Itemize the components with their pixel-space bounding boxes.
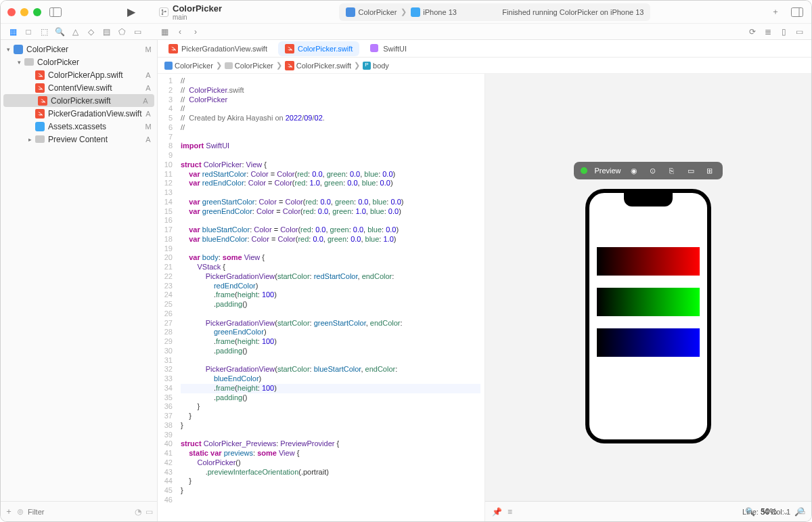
- preview-toolbar[interactable]: Preview ◉ ⊙ ⎘ ▭ ⊞: [574, 162, 722, 179]
- folder-icon: [225, 62, 233, 69]
- source-control-navigator-icon[interactable]: □: [23, 26, 34, 37]
- scheme-status-bar[interactable]: ColorPicker ❯ iPhone 13 Finished running…: [339, 3, 650, 21]
- source-editor[interactable]: 1 2 3 4 5 6 7 8 9 10 11 12 13 14 15 16 1…: [158, 74, 485, 521]
- file-label: ColorPicker: [26, 45, 143, 54]
- file-tree-item[interactable]: ▾ColorPickerM: [1, 43, 157, 56]
- editor-statusbar: Line: 34 Col: 1 ▭: [742, 502, 805, 522]
- tab-label: PickerGradationView.swift: [181, 45, 267, 53]
- statusbar-menu-icon[interactable]: ▭: [798, 508, 805, 517]
- preview-list-icon[interactable]: ≡: [508, 507, 512, 517]
- editor-tab[interactable]: ColorPicker.swift: [278, 41, 359, 56]
- branch-icon: [159, 7, 168, 17]
- breakpoint-navigator-icon[interactable]: ⬠: [116, 26, 127, 37]
- device-icon: [411, 7, 420, 17]
- cursor-position: Line: 34 Col: 1: [742, 508, 790, 516]
- symbol-navigator-icon[interactable]: ⬚: [39, 26, 49, 37]
- file-tree-item[interactable]: ▾ColorPicker: [1, 56, 157, 68]
- editor-area: PickerGradationView.swiftColorPicker.swi…: [158, 40, 811, 521]
- red-gradient-view: [597, 247, 700, 276]
- file-tree-item[interactable]: ▸Preview ContentA: [1, 133, 157, 146]
- preview-status-dot: [581, 167, 587, 174]
- scm-status: A: [141, 97, 150, 105]
- file-tree-item[interactable]: ContentView.swiftA: [1, 81, 157, 94]
- svg-rect-7: [35, 70, 45, 80]
- editor-lines-icon[interactable]: ≣: [763, 26, 773, 37]
- swift-icon: [35, 83, 45, 93]
- svg-rect-13: [285, 61, 294, 70]
- scm-status: M: [143, 123, 153, 131]
- swift-icon: [35, 108, 45, 119]
- file-tree-item[interactable]: ColorPicker.swiftA: [3, 94, 154, 107]
- add-tab-button[interactable]: ＋: [768, 5, 783, 20]
- swift-icon: [37, 95, 48, 106]
- editor-grid-icon[interactable]: ▦: [159, 26, 170, 37]
- report-navigator-icon[interactable]: ▭: [132, 26, 143, 37]
- property-icon: P: [363, 62, 371, 70]
- minimize-window-button[interactable]: [20, 8, 28, 16]
- variants-icon[interactable]: ⎘: [666, 167, 678, 175]
- scm-filter-icon[interactable]: ▭: [145, 507, 153, 517]
- preview-label: Preview: [594, 167, 621, 175]
- pin-preview-icon[interactable]: 📌: [492, 507, 502, 517]
- filter-icon: ⊚: [17, 507, 24, 517]
- device-settings-icon[interactable]: ▭: [685, 167, 697, 175]
- find-navigator-icon[interactable]: 🔍: [54, 26, 65, 37]
- folder-icon: [35, 134, 45, 145]
- swift-icon: [285, 44, 294, 53]
- editor-layout-icon[interactable]: ▯: [778, 26, 789, 37]
- breadcrumb-item[interactable]: Pbody: [363, 62, 389, 70]
- svg-rect-0: [50, 7, 62, 16]
- editor-tab[interactable]: PickerGradationView.swift: [162, 41, 274, 56]
- editor-tabbar: PickerGradationView.swiftColorPicker.swi…: [158, 40, 811, 58]
- nav-forward-button[interactable]: ›: [190, 26, 201, 37]
- add-file-button[interactable]: ＋: [5, 506, 13, 517]
- project-navigator-icon[interactable]: ▦: [7, 26, 18, 37]
- svg-point-2: [162, 9, 164, 11]
- build-status-message: Finished running ColorPicker on iPhone 1…: [502, 8, 644, 16]
- swift-icon: [35, 70, 45, 81]
- tab-label: SwiftUI: [383, 45, 407, 53]
- device-notch: [624, 193, 673, 206]
- test-navigator-icon[interactable]: ◇: [85, 26, 96, 37]
- jump-bar[interactable]: ColorPicker❯ColorPicker❯ColorPicker.swif…: [158, 58, 811, 74]
- toggle-sidebar-button[interactable]: [48, 5, 63, 20]
- scm-status: A: [143, 110, 153, 118]
- file-label: PickerGradationView.swift: [48, 109, 143, 118]
- file-label: ColorPickerApp.swift: [48, 70, 143, 80]
- scm-status: A: [143, 84, 153, 92]
- selectable-preview-icon[interactable]: ⊙: [647, 167, 659, 175]
- file-tree-item[interactable]: PickerGradationView.swiftA: [1, 107, 157, 120]
- nav-back-button[interactable]: ‹: [175, 26, 185, 37]
- refresh-icon[interactable]: ⟳: [747, 26, 758, 37]
- preview-layout-icon[interactable]: ⊞: [704, 167, 716, 175]
- file-label: ColorPicker.swift: [51, 96, 141, 106]
- navigator-footer: ＋ ⊚ ◔ ▭: [1, 501, 157, 521]
- issue-navigator-icon[interactable]: △: [70, 26, 81, 37]
- window-controls: [7, 8, 41, 16]
- device-name: iPhone 13: [423, 8, 457, 16]
- run-button[interactable]: ▶: [124, 5, 139, 20]
- device-simulator-iphone: [585, 189, 711, 443]
- navigator-filter-input[interactable]: [28, 508, 131, 516]
- breadcrumb-item[interactable]: ColorPicker.swift: [285, 61, 351, 70]
- live-preview-icon[interactable]: ◉: [628, 167, 640, 175]
- breadcrumb-item[interactable]: ColorPicker: [225, 62, 273, 70]
- svg-rect-11: [168, 44, 178, 53]
- navigator-iconbar: ▦ □ ⬚ 🔍 △ ◇ ▤ ⬠ ▭ ▦ ‹ › ⟳ ≣ ▯ ▭: [1, 24, 811, 40]
- code-content[interactable]: // // ColorPicker.swift // ColorPicker /…: [177, 74, 484, 521]
- debug-navigator-icon[interactable]: ▤: [101, 26, 112, 37]
- recent-files-icon[interactable]: ◔: [135, 507, 141, 517]
- editor-tab[interactable]: SwiftUI: [363, 41, 413, 56]
- close-window-button[interactable]: [7, 8, 16, 16]
- folder-icon: [24, 57, 35, 68]
- file-tree-item[interactable]: ColorPickerApp.swiftA: [1, 68, 157, 81]
- editor-split-icon[interactable]: ▭: [794, 26, 805, 37]
- library-button[interactable]: [790, 5, 805, 20]
- file-label: ColorPicker: [37, 58, 143, 67]
- file-tree[interactable]: ▾ColorPickerM▾ColorPickerColorPickerApp.…: [1, 40, 157, 501]
- file-label: Assets.xcassets: [48, 122, 143, 131]
- swift-icon: [168, 44, 178, 53]
- file-tree-item[interactable]: Assets.xcassetsM: [1, 120, 157, 133]
- zoom-window-button[interactable]: [33, 8, 41, 16]
- breadcrumb-item[interactable]: ColorPicker: [164, 62, 213, 70]
